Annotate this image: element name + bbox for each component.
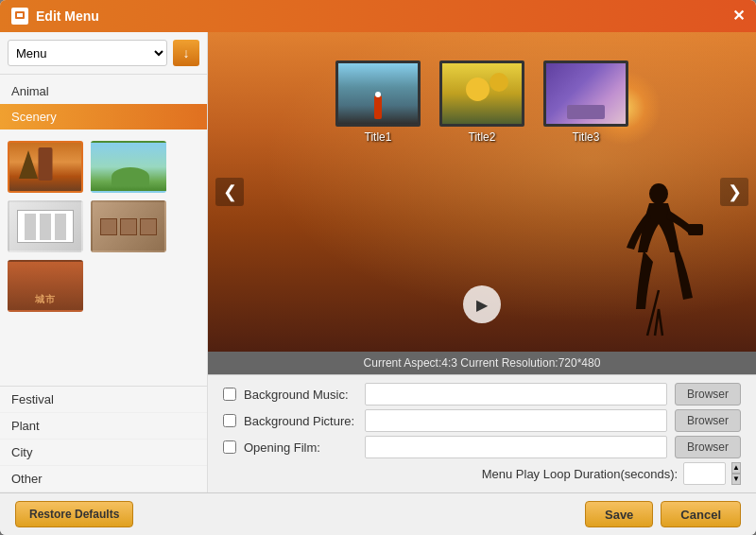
- thumbnail-grid: 城市: [0, 133, 207, 386]
- preview-thumb-label-1: Title1: [365, 130, 392, 144]
- close-button[interactable]: ✕: [732, 9, 745, 24]
- bottom-form: Background Music: Browser Background Pic…: [208, 374, 756, 492]
- preview-thumb-2: Title2: [439, 60, 524, 144]
- menu-item-scenery[interactable]: Scenery: [0, 104, 207, 129]
- menu-category-list: Animal Scenery: [0, 75, 207, 133]
- preview-thumb-label-3: Title3: [573, 130, 600, 144]
- preview-thumb-3: Title3: [543, 60, 628, 144]
- loop-duration-input[interactable]: 30: [683, 462, 726, 485]
- list-item-plant[interactable]: Plant: [0, 413, 207, 440]
- right-panel: Title1 Title2 Title3: [208, 32, 756, 492]
- svg-rect-3: [688, 224, 703, 235]
- opening-film-input[interactable]: [365, 436, 667, 458]
- thumb-row-1: [8, 141, 199, 193]
- menu-item-animal[interactable]: Animal: [0, 78, 207, 104]
- loop-spinner[interactable]: ▲ ▼: [731, 462, 741, 485]
- list-item-festival[interactable]: Festival: [0, 387, 207, 413]
- edit-menu-dialog: Edit Menu ✕ Menu Chapter Special Feature…: [0, 0, 756, 535]
- cancel-button[interactable]: Cancel: [661, 501, 741, 527]
- menu-dropdown[interactable]: Menu Chapter Special Feature: [8, 40, 167, 66]
- status-bar: Current Aspect:4:3 Current Resolution:72…: [208, 352, 756, 374]
- spinner-up[interactable]: ▲: [731, 462, 741, 474]
- spinner-down[interactable]: ▼: [731, 474, 741, 485]
- dropdown-row: Menu Chapter Special Feature ↓: [0, 32, 207, 75]
- thumb-row-3: 城市: [8, 260, 199, 312]
- preview-area: Title1 Title2 Title3: [208, 32, 756, 352]
- main-content: Menu Chapter Special Feature ↓ Animal Sc…: [0, 32, 756, 492]
- preview-thumb-img-1: [335, 60, 421, 127]
- list-item-city[interactable]: City: [0, 440, 207, 466]
- bg-music-browser-btn[interactable]: Browser: [675, 383, 741, 406]
- silhouette-figure: [610, 177, 704, 337]
- dialog-title: Edit Menu: [36, 9, 99, 24]
- status-text: Current Aspect:4:3 Current Resolution:72…: [364, 356, 601, 370]
- loop-duration-label: Menu Play Loop Duration(seconds):: [482, 467, 678, 481]
- thumbnail-2[interactable]: [91, 141, 166, 193]
- download-button[interactable]: ↓: [173, 40, 199, 66]
- bg-picture-input[interactable]: [365, 409, 667, 432]
- bottom-list: Festival Plant City Other: [0, 386, 207, 492]
- save-button[interactable]: Save: [585, 501, 653, 527]
- footer: Restore Defaults Save Cancel: [0, 492, 756, 535]
- preview-thumbnails: Title1 Title2 Title3: [335, 60, 628, 144]
- bg-picture-browser-btn[interactable]: Browser: [675, 409, 741, 432]
- bg-music-label: Background Music:: [244, 388, 357, 402]
- footer-right-buttons: Save Cancel: [585, 501, 741, 527]
- opening-film-label: Opening Film:: [244, 440, 357, 455]
- bg-picture-row: Background Picture: Browser: [223, 409, 741, 432]
- thumbnail-1[interactable]: [8, 141, 83, 193]
- bg-music-row: Background Music: Browser: [223, 383, 741, 406]
- restore-defaults-button[interactable]: Restore Defaults: [15, 501, 133, 527]
- title-bar: Edit Menu ✕: [0, 0, 756, 32]
- dialog-icon: [11, 8, 28, 25]
- preview-thumb-1: Title1: [335, 60, 421, 144]
- title-bar-left: Edit Menu: [11, 8, 99, 25]
- bg-music-input[interactable]: [365, 383, 667, 406]
- svg-rect-1: [17, 13, 23, 17]
- play-button[interactable]: ▶: [463, 285, 501, 323]
- nav-arrow-right[interactable]: ❯: [720, 178, 748, 206]
- bg-music-checkbox[interactable]: [223, 388, 236, 401]
- left-panel: Menu Chapter Special Feature ↓ Animal Sc…: [0, 32, 208, 492]
- list-item-other[interactable]: Other: [0, 466, 207, 492]
- svg-point-2: [649, 183, 668, 204]
- bg-picture-checkbox[interactable]: [223, 414, 236, 427]
- preview-thumb-img-3: [543, 60, 628, 127]
- bg-picture-label: Background Picture:: [244, 414, 357, 428]
- thumbnail-4[interactable]: [91, 200, 166, 252]
- thumbnail-5[interactable]: 城市: [8, 260, 83, 312]
- preview-thumb-label-2: Title2: [469, 130, 496, 144]
- loop-duration-row: Menu Play Loop Duration(seconds): 30 ▲ ▼: [223, 462, 741, 485]
- preview-thumb-img-2: [439, 60, 524, 127]
- thumb-row-2: [8, 200, 199, 252]
- thumbnail-3[interactable]: [8, 200, 83, 252]
- opening-film-browser-btn[interactable]: Browser: [675, 436, 741, 458]
- opening-film-row: Opening Film: Browser: [223, 436, 741, 458]
- opening-film-checkbox[interactable]: [223, 440, 236, 454]
- nav-arrow-left[interactable]: ❮: [215, 178, 244, 206]
